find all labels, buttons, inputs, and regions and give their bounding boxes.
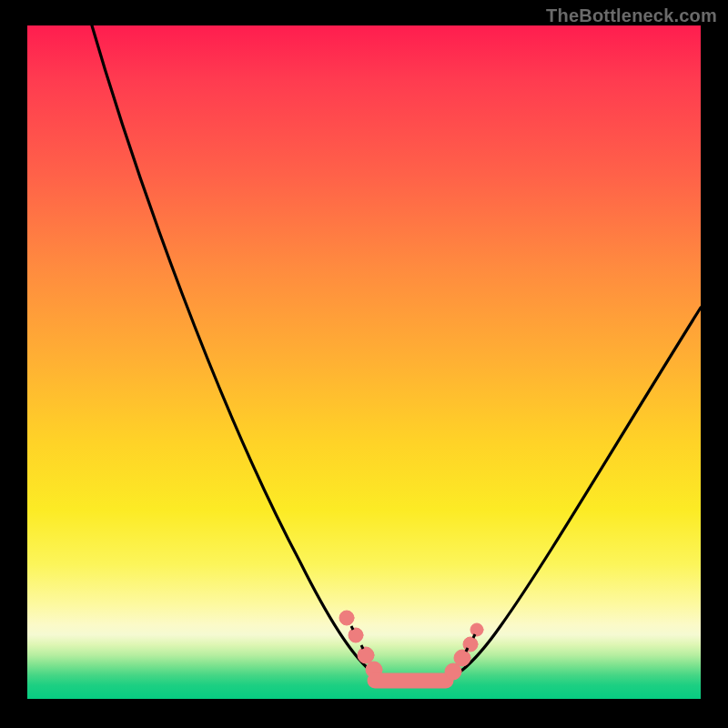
curve-left — [89, 16, 399, 685]
svg-point-2 — [358, 647, 374, 663]
plot-area — [27, 25, 701, 699]
svg-point-5 — [454, 650, 470, 666]
svg-point-1 — [349, 628, 363, 642]
watermark-text: TheBottleneck.com — [546, 5, 717, 26]
curve-layer — [27, 25, 701, 699]
svg-point-7 — [470, 623, 483, 636]
chart-frame: TheBottleneck.com — [0, 0, 728, 728]
svg-point-6 — [463, 637, 478, 652]
svg-point-0 — [339, 611, 354, 625]
